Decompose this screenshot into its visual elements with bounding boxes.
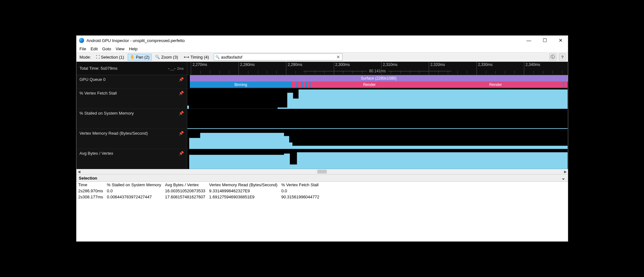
table-header[interactable]: Avg Bytes / Vertex xyxy=(163,182,207,188)
table-row[interactable]: 2s286.970ms0.016.0035105208735339.331489… xyxy=(76,188,321,194)
range-label: 80.141ms xyxy=(367,69,388,73)
mode-zoom-label: Zoom (3) xyxy=(161,55,178,60)
minimize-button[interactable]: — xyxy=(525,38,533,43)
mode-selection-button[interactable]: ⛶ Selection (1) xyxy=(94,54,126,60)
track-label-gpu: GPU Queue 0 xyxy=(80,77,106,82)
mode-zoom-button[interactable]: 🔍 Zoom (3) xyxy=(153,54,180,60)
gpu-track-content[interactable]: Surface (2280x1080) BinningRenderRender xyxy=(187,75,568,89)
menu-help[interactable]: Help xyxy=(127,46,140,52)
gpu-segment[interactable]: Render xyxy=(311,82,428,88)
gpu-segment[interactable]: Binning xyxy=(190,82,292,88)
table-header[interactable]: % Stalled on System Memory xyxy=(105,182,163,188)
table-header[interactable]: % Vertex Fetch Stall xyxy=(279,182,321,188)
chart-content[interactable] xyxy=(187,149,568,169)
table-row[interactable]: 2s308.177ms0.00644378397242744717.608157… xyxy=(76,194,321,200)
ruler-tick: 2,300ms xyxy=(334,62,334,75)
menu-edit[interactable]: Edit xyxy=(89,46,99,52)
total-time-label: Total Time: 5s079ms xyxy=(80,66,118,71)
ruler-tick: 2,290ms xyxy=(286,62,286,75)
pin-icon[interactable]: 📌 xyxy=(179,91,184,96)
titlebar[interactable]: Android GPU Inspector - unsplit_compress… xyxy=(76,36,568,45)
timeline: Total Time: 5s079ms ⌐__⌐ 2ms 2,270ms2,28… xyxy=(76,62,568,169)
app-icon xyxy=(79,38,84,43)
scroll-thumb[interactable] xyxy=(317,170,327,174)
ruler-tick: 2,330ms xyxy=(476,62,477,75)
track-chart: Vertex Memory Read (Bytes/Second)📌 xyxy=(76,129,568,149)
search-wrap: 🔍 ✕ xyxy=(214,53,342,60)
clear-search-button[interactable]: ✕ xyxy=(334,54,342,60)
timeline-ruler[interactable]: 2,270ms2,280ms2,290ms2,300ms2,310ms2,320… xyxy=(187,62,568,75)
gpu-segment[interactable] xyxy=(307,82,309,88)
pin-icon[interactable]: 📌 xyxy=(179,151,184,156)
pan-icon: ✋ xyxy=(130,55,135,59)
search-icon: 🔍 xyxy=(214,55,221,59)
gpu-segment[interactable] xyxy=(564,82,568,88)
track-label: % Vertex Fetch Stall xyxy=(80,91,117,96)
gpu-segment[interactable] xyxy=(303,82,306,88)
mode-timing-button[interactable]: ⟷ Timing (4) xyxy=(182,54,211,60)
gpu-segment[interactable] xyxy=(298,82,302,88)
track-chart: Avg Bytes / Vertex📌 xyxy=(76,149,568,169)
mode-timing-label: Timing (4) xyxy=(190,55,209,60)
table-header[interactable]: Vertex Memory Read (Bytes/Second) xyxy=(207,182,280,188)
timeline-header: Total Time: 5s079ms ⌐__⌐ 2ms 2,270ms2,28… xyxy=(76,62,568,75)
menu-view[interactable]: View xyxy=(114,46,126,52)
toolbar: Mode: ⛶ Selection (1) ✋ Pan (2) 🔍 Zoom (… xyxy=(76,52,568,62)
gpu-surface-bar[interactable]: Surface (2280x1080) xyxy=(190,75,568,82)
window-title: Android GPU Inspector - unsplit_compress… xyxy=(87,38,525,43)
timing-icon: ⟷ xyxy=(184,55,189,59)
table-header[interactable]: Time xyxy=(76,182,105,188)
menu-file[interactable]: File xyxy=(78,46,88,52)
maximize-button[interactable]: ☐ xyxy=(540,38,549,43)
ruler-tick: 2,340ms xyxy=(524,62,524,75)
zoom-icon: 🔍 xyxy=(155,55,160,59)
gpu-segment[interactable]: Render xyxy=(428,82,563,88)
ruler-tick: 2,280ms xyxy=(239,62,239,75)
mode-pan-label: Pan (2) xyxy=(136,55,150,60)
chart-content[interactable] xyxy=(187,129,568,149)
menubar: File Edit Goto View Help xyxy=(76,45,568,52)
chevron-down-icon[interactable]: ⌄ xyxy=(562,175,565,181)
track-gpu-queue: GPU Queue 0 📌 Surface (2280x1080) Binnin… xyxy=(76,75,568,89)
chart-content[interactable] xyxy=(187,89,568,109)
pin-icon[interactable]: 📌 xyxy=(179,111,184,116)
pin-icon[interactable]: 📌 xyxy=(179,77,184,82)
search-input[interactable] xyxy=(221,54,334,60)
selection-icon: ⛶ xyxy=(96,55,100,59)
selection-title: Selection xyxy=(79,176,97,181)
scale-label: ⌐__⌐ 2ms xyxy=(168,67,184,70)
track-chart: % Stalled on System Memory📌 xyxy=(76,109,568,129)
track-label: Avg Bytes / Vertex xyxy=(80,151,113,156)
app-window: Android GPU Inspector - unsplit_compress… xyxy=(76,35,568,242)
chart-content[interactable] xyxy=(187,109,568,129)
track-chart: % Vertex Fetch Stall📌 xyxy=(76,89,568,109)
timeline-header-left: Total Time: 5s079ms ⌐__⌐ 2ms xyxy=(76,62,187,75)
mode-label: Mode: xyxy=(78,54,92,60)
menu-goto[interactable]: Goto xyxy=(100,46,113,52)
close-button[interactable]: ✕ xyxy=(556,38,565,43)
gpu-segment[interactable] xyxy=(292,82,296,88)
ruler-tick: 2,270ms xyxy=(191,62,191,75)
help-button[interactable]: ? xyxy=(559,53,566,60)
scroll-right-icon[interactable]: ▶ xyxy=(563,170,568,174)
pin-icon[interactable]: 📌 xyxy=(179,131,184,136)
horizontal-scrollbar[interactable]: ◀ ▶ xyxy=(76,169,568,174)
track-label: % Stalled on System Memory xyxy=(80,111,134,116)
ruler-tick: 2,320ms xyxy=(429,62,429,75)
mode-pan-button[interactable]: ✋ Pan (2) xyxy=(128,54,152,60)
selection-panel-header[interactable]: Selection ⌄ xyxy=(76,174,568,182)
track-label: Vertex Memory Read (Bytes/Second) xyxy=(80,131,148,136)
selection-table: Time% Stalled on System MemoryAvg Bytes … xyxy=(76,182,568,241)
mode-selection-label: Selection (1) xyxy=(101,55,124,60)
info-button[interactable]: ⓘ xyxy=(549,53,556,60)
scroll-left-icon[interactable]: ◀ xyxy=(76,170,82,174)
